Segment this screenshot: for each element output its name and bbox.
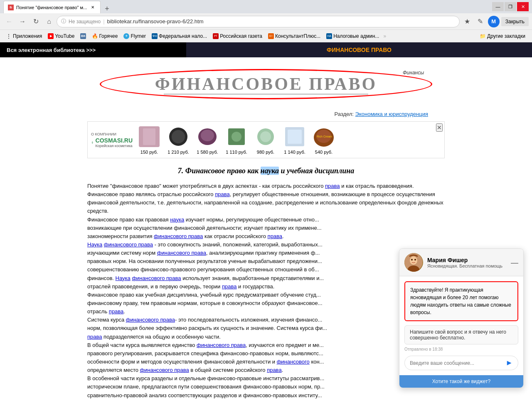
chat-send-button[interactable]: ► xyxy=(505,359,513,367)
chat-body: Здравствуйте! Я практикующая ясновидящая… xyxy=(399,276,523,375)
bookmark-fedtax[interactable]: ФН Федеральная нало... xyxy=(149,32,209,40)
section-link[interactable]: Экономика и юриспруденция xyxy=(355,111,428,117)
site-header-left[interactable]: Вся электронная библиотека >>> xyxy=(0,42,186,57)
word-prava-6: права xyxy=(87,334,102,340)
svg-rect-12 xyxy=(288,130,302,144)
chat-input[interactable] xyxy=(410,360,503,366)
ad-product-5[interactable]: 980 руб. xyxy=(253,125,278,155)
address-separator: | xyxy=(103,18,104,25)
new-tab-button[interactable]: + xyxy=(102,5,112,13)
para-3: Финансовое право как правовая наука изуч… xyxy=(87,216,445,224)
bookmark-rg[interactable]: РГ Российская газета xyxy=(210,32,265,40)
rg-icon: РГ xyxy=(213,33,219,39)
bookmark-apps[interactable]: ⋮ Приложения xyxy=(3,32,44,40)
product-img-6 xyxy=(282,125,307,148)
bookmark-star-button[interactable]: ★ xyxy=(461,16,473,27)
product-img-4 xyxy=(224,125,249,148)
product-price-5: 980 руб. xyxy=(257,150,274,155)
chat-input-area[interactable]: ► xyxy=(404,356,518,370)
library-link: Вся электронная библиотека >>> xyxy=(7,47,96,53)
product-img-1 xyxy=(137,125,162,148)
bookmark-nalog[interactable]: НА Налоговые админ... xyxy=(324,32,382,40)
chat-minimize-button[interactable]: — xyxy=(511,259,518,266)
chat-header: Мария Фишер Ясновидящая. Бесплатная помо… xyxy=(399,249,523,276)
chat-subtitle: Ясновидящая. Бесплатная помощь xyxy=(427,263,502,268)
reload-button[interactable]: ↻ xyxy=(30,16,42,27)
ad-product-7[interactable]: Rich Cream 540 руб. xyxy=(311,125,336,155)
word-prava-3: права xyxy=(268,233,283,239)
chat-user-info: Мария Фишер Ясновидящая. Бесплатная помо… xyxy=(427,257,502,268)
tab-close-button[interactable]: ✕ xyxy=(89,4,96,11)
word-finprava-4: финансового права xyxy=(132,275,181,281)
folder-icon: 📁 xyxy=(480,33,486,39)
svg-point-6 xyxy=(201,130,214,141)
bookmark-consultant-label: КонсультантПлюс... xyxy=(275,33,320,39)
bookmark-flymer[interactable]: ✈ Flymer xyxy=(121,32,148,40)
product-price-4: 1 110 руб. xyxy=(226,150,247,155)
ad-product-3[interactable]: 1 580 руб. xyxy=(195,125,220,155)
back-button[interactable]: ← xyxy=(3,16,15,27)
ad-product-6[interactable]: 1 140 руб. xyxy=(282,125,307,155)
para-7: изучающими систему норм финансового прав… xyxy=(87,249,445,257)
section-label-text: Раздел: xyxy=(334,111,354,117)
word-prava-4: права xyxy=(222,283,237,290)
svg-rect-2 xyxy=(143,128,155,145)
svg-point-8 xyxy=(232,132,241,142)
article-body: Понятие "финансовое право" может употреб… xyxy=(87,182,445,400)
para-20: особенности форм и методов осуществления… xyxy=(87,358,445,366)
word-finprava-3: финансового права xyxy=(157,250,206,256)
active-tab[interactable]: Б Понятие "финансовое право" м... ✕ xyxy=(3,1,101,13)
chat-timestamp: Отправлено в 18:38 xyxy=(404,347,518,352)
ad-close-button[interactable]: ✕ xyxy=(436,123,443,132)
chat-footer-button[interactable]: Хотите такой же виджет? xyxy=(399,375,523,388)
edit-button[interactable]: ✎ xyxy=(475,16,486,27)
product-shape-7: Rich Cream xyxy=(313,125,335,148)
product-img-7: Rich Cream xyxy=(311,125,336,148)
heading-highlight: наука xyxy=(261,167,279,175)
product-shape-5 xyxy=(255,126,276,147)
home-button[interactable]: ⌂ xyxy=(43,16,55,27)
main-content: Финансы ФИНАНСОВОЕ ПРАВО Раздел: Экономи… xyxy=(79,57,453,404)
svg-text:Rich Cream: Rich Cream xyxy=(317,135,332,138)
site-header-title: ФИНАНСОВОЕ ПРАВО xyxy=(327,47,392,53)
para-21: определяется место финансового права в о… xyxy=(87,366,445,374)
youtube-icon: ▶ xyxy=(48,33,54,39)
bookmark-consultant[interactable]: К+ КонсультантПлюс... xyxy=(266,32,323,40)
para-14: отрасль права. xyxy=(87,307,445,316)
para-22: В особенной части курса разделы и отдель… xyxy=(87,374,445,383)
svg-rect-10 xyxy=(260,131,271,142)
close-button[interactable]: ✕ xyxy=(517,2,529,11)
word-prava-2: права xyxy=(215,191,230,197)
ad-product-4[interactable]: 1 110 руб. xyxy=(224,125,249,155)
svg-point-17 xyxy=(410,256,417,265)
bookmark-flymer-label: Flymer xyxy=(131,33,146,39)
para-2: Финансовое право являясь отраслью россий… xyxy=(87,190,445,215)
para-16: норм, позволяющая более эффективно раскр… xyxy=(87,324,445,332)
fedtax-icon: ФН xyxy=(152,33,158,39)
para-19: правового регулирования, раскрывается сп… xyxy=(87,349,445,358)
bookmarks-bar: ⋮ Приложения ▶ YouTube ВК 🔥 Горячее ✈ Fl… xyxy=(0,30,532,42)
close-extension-button[interactable]: Закрыть xyxy=(501,17,529,26)
word-finprava-6: финансового права xyxy=(197,342,246,348)
forward-button[interactable]: → xyxy=(17,16,28,27)
chat-message-2-text: Напишите свой вопрос и я отвечу на него … xyxy=(410,329,506,341)
bookmark-youtube[interactable]: ▶ YouTube xyxy=(45,32,77,40)
bookmark-hot[interactable]: 🔥 Горячее xyxy=(89,32,120,40)
ad-product-2[interactable]: 1 210 руб. xyxy=(166,125,191,155)
ad-product-1[interactable]: 150 руб. xyxy=(137,125,162,155)
chat-message-1-text: Здравствуйте! Я практикующая ясновидящая… xyxy=(410,287,511,315)
product-price-3: 1 580 руб. xyxy=(197,150,218,155)
url-text: bibliotekar.ru/finansovoe-pravo-6/22.htm xyxy=(107,18,455,25)
product-shape-3 xyxy=(197,126,218,147)
profile-button[interactable]: M xyxy=(488,16,500,27)
title-bar: Б Понятие "финансовое право" м... ✕ + — … xyxy=(0,0,532,13)
word-prava-7: права xyxy=(267,367,282,373)
other-bookmarks[interactable]: 📁 Другие закладки xyxy=(476,32,529,40)
maximize-button[interactable]: ❐ xyxy=(505,2,516,11)
bookmark-vk[interactable]: ВК xyxy=(78,32,89,40)
toolbar-right: ★ ✎ M Закрыть xyxy=(461,16,529,27)
ad-block: ✕ О КОМПАНИИ COSMASI.RU Корейская космет… xyxy=(87,121,445,158)
ad-logo-content: COSMASI.RU Корейская косметика xyxy=(91,137,133,148)
address-bar[interactable]: ⓘ Не защищено | bibliotekar.ru/finansovo… xyxy=(57,16,460,27)
minimize-button[interactable]: — xyxy=(492,2,504,11)
